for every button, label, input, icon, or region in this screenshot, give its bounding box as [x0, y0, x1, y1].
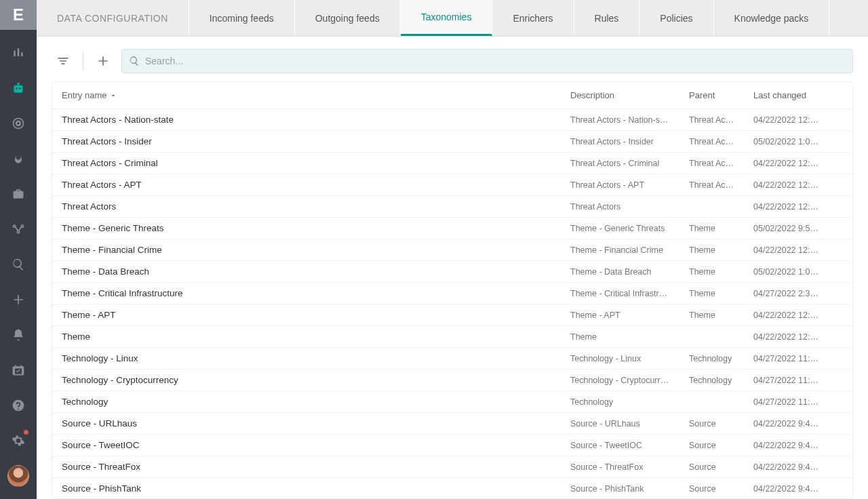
cell-parent: Theme — [679, 224, 744, 233]
tab-incoming-feeds[interactable]: Incoming feeds — [189, 0, 295, 36]
table-row[interactable]: TechnologyTechnology04/27/2022 11:59 AM — [52, 391, 852, 413]
cell-name: Theme - Critical Infrastructure — [52, 288, 561, 298]
cell-last-changed: 04/22/2022 9:45 AM — [744, 441, 832, 450]
table-row[interactable]: Threat Actors - Nation-stateThreat Actor… — [52, 109, 852, 131]
cell-description: Threat Actors — [561, 202, 679, 212]
cell-parent: Technology — [679, 354, 744, 363]
table-row[interactable]: Source - PhishTankSource - PhishTankSour… — [52, 478, 852, 498]
cell-last-changed: 05/02/2022 9:58 AM — [744, 224, 832, 233]
sidebar-item-search[interactable] — [0, 247, 37, 282]
column-header-name[interactable]: Entry name — [52, 90, 561, 100]
sidebar-item-help[interactable] — [0, 388, 37, 423]
robot-icon — [12, 81, 25, 95]
tab-section-label: DATA CONFIGURATION — [37, 0, 189, 36]
table-row[interactable]: Threat Actors - InsiderThreat Actors - I… — [52, 131, 852, 153]
cell-name: Theme - Financial Crime — [52, 245, 561, 255]
cell-description: Threat Actors - Insider — [561, 137, 679, 146]
row-actions-button[interactable] — [832, 115, 852, 125]
cell-last-changed: 04/22/2022 9:40 AM — [744, 462, 832, 472]
sidebar-item-fire[interactable] — [0, 141, 37, 176]
add-button[interactable] — [92, 49, 115, 73]
sidebar-item-notifications[interactable] — [0, 317, 37, 353]
kebab-icon — [842, 245, 843, 256]
row-actions-button[interactable] — [832, 462, 852, 473]
tab-taxonomies[interactable]: Taxonomies — [401, 0, 493, 36]
cell-name: Threat Actors - Nation-state — [52, 115, 561, 125]
row-actions-button[interactable] — [832, 375, 852, 386]
table-row[interactable]: Theme - Data BreachTheme - Data BreachTh… — [52, 261, 852, 283]
cell-name: Source - ThreatFox — [52, 462, 561, 472]
row-actions-button[interactable] — [832, 288, 852, 299]
cell-last-changed: 04/27/2022 2:30 PM — [744, 289, 832, 298]
tab-enrichers[interactable]: Enrichers — [492, 0, 574, 36]
settings-badge — [24, 430, 28, 435]
row-actions-button[interactable] — [832, 266, 852, 277]
row-actions-button[interactable] — [832, 418, 852, 429]
filter-button[interactable] — [52, 49, 75, 73]
column-header-description[interactable]: Description — [561, 90, 679, 100]
row-actions-button[interactable] — [832, 201, 852, 212]
row-actions-button[interactable] — [832, 223, 852, 234]
row-actions-button[interactable] — [832, 332, 852, 342]
avatar[interactable] — [7, 465, 29, 487]
cell-parent: Source — [679, 484, 744, 494]
table-body: Threat Actors - Nation-stateThreat Actor… — [52, 109, 852, 498]
table-row[interactable]: Threat ActorsThreat Actors04/22/2022 12:… — [52, 196, 852, 218]
tab-rules[interactable]: Rules — [574, 0, 640, 36]
table-row[interactable]: Theme - APTTheme - APTTheme04/22/2022 12… — [52, 304, 852, 326]
cell-last-changed: 04/27/2022 11:59 AM — [744, 354, 832, 363]
cell-name: Source - TweetIOC — [52, 440, 561, 450]
bell-icon — [12, 328, 25, 342]
logo[interactable]: E — [0, 0, 37, 30]
table-row[interactable]: Source - ThreatFoxSource - ThreatFoxSour… — [52, 456, 852, 478]
cell-name: Threat Actors - APT — [52, 180, 561, 190]
sidebar-item-target[interactable] — [0, 106, 37, 141]
column-header-parent[interactable]: Parent — [679, 90, 744, 100]
row-actions-button[interactable] — [832, 397, 852, 407]
row-actions-button[interactable] — [832, 440, 852, 451]
cell-name: Threat Actors - Insider — [52, 136, 561, 146]
cell-parent: Threat Actors — [679, 159, 744, 168]
target-icon — [12, 117, 25, 130]
table-row[interactable]: Technology - CryptocurrencyTechnology - … — [52, 370, 852, 391]
table-header: Entry name Description Parent Last chang… — [52, 82, 852, 109]
sidebar-item-add[interactable] — [0, 282, 37, 317]
sidebar-item-settings[interactable] — [0, 423, 37, 458]
sidebar-item-briefcase[interactable] — [0, 176, 37, 212]
table-row[interactable]: Technology - LinuxTechnology - LinuxTech… — [52, 348, 852, 370]
column-header-last-changed[interactable]: Last changed — [744, 90, 832, 100]
tab-bar: DATA CONFIGURATION Incoming feeds Outgoi… — [37, 0, 868, 37]
row-actions-button[interactable] — [832, 353, 852, 364]
table-row[interactable]: Theme - Critical InfrastructureTheme - C… — [52, 283, 852, 304]
sidebar-item-graph[interactable] — [0, 212, 37, 247]
table-row[interactable]: Source - TweetIOCSource - TweetIOCSource… — [52, 435, 852, 456]
row-actions-button[interactable] — [832, 180, 852, 191]
tab-knowledge-packs[interactable]: Knowledge packs — [714, 0, 830, 36]
kebab-icon — [842, 180, 843, 191]
cell-parent: Source — [679, 441, 744, 450]
cell-name: Technology - Linux — [52, 353, 561, 363]
sidebar-item-dashboard[interactable] — [0, 35, 37, 71]
row-actions-button[interactable] — [832, 136, 852, 147]
cell-parent: Source — [679, 462, 744, 472]
row-actions-button[interactable] — [832, 310, 852, 321]
table-row[interactable]: Theme - Financial CrimeTheme - Financial… — [52, 239, 852, 261]
toolbar — [37, 37, 868, 81]
sidebar-item-calendar[interactable] — [0, 353, 37, 388]
table-row[interactable]: Threat Actors - CriminalThreat Actors - … — [52, 153, 852, 174]
kebab-icon — [842, 310, 843, 321]
tab-policies[interactable]: Policies — [639, 0, 713, 36]
row-actions-button[interactable] — [832, 158, 852, 169]
search-box[interactable] — [121, 49, 853, 73]
table-row[interactable]: Source - URLhausSource - URLhausSource04… — [52, 413, 852, 435]
cell-name: Source - PhishTank — [52, 483, 561, 494]
row-actions-button[interactable] — [832, 483, 852, 494]
table-row[interactable]: Theme - Generic ThreatsTheme - Generic T… — [52, 218, 852, 239]
row-actions-button[interactable] — [832, 245, 852, 256]
tab-outgoing-feeds[interactable]: Outgoing feeds — [295, 0, 401, 36]
chevron-down-icon — [109, 92, 117, 100]
table-row[interactable]: Threat Actors - APTThreat Actors - APTTh… — [52, 174, 852, 196]
search-input[interactable] — [145, 56, 846, 66]
sidebar-item-robot[interactable] — [0, 71, 37, 106]
table-row[interactable]: ThemeTheme04/22/2022 12:34 PM — [52, 326, 852, 348]
